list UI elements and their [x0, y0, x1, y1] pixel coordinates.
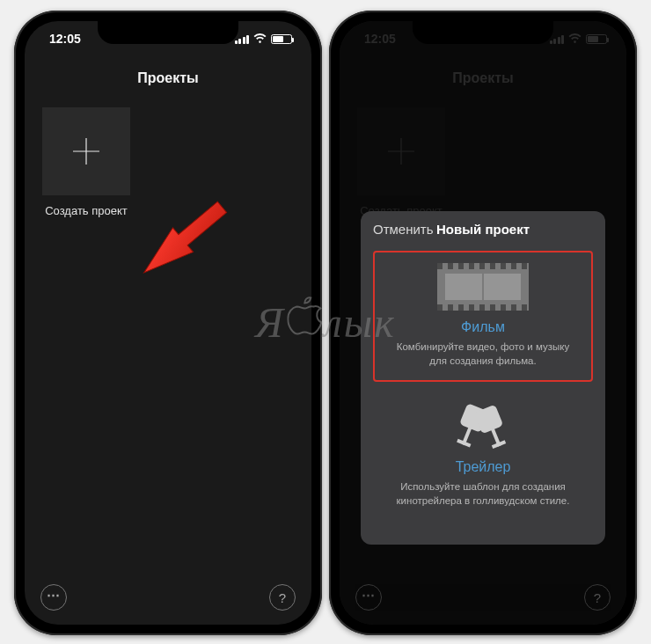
filmstrip-icon	[437, 263, 529, 311]
create-project-tile[interactable]	[42, 107, 130, 195]
notch	[413, 21, 553, 44]
spotlights-icon	[452, 401, 514, 450]
wifi-icon	[253, 32, 267, 46]
svg-marker-2	[134, 195, 232, 285]
ellipsis-icon: ⋯	[362, 587, 376, 603]
movie-option[interactable]: Фильм Комбинируйте видео, фото и музыку …	[373, 251, 593, 382]
new-project-sheet: Отменить Новый проект Фильм Комбинируйте…	[361, 211, 605, 545]
trailer-title: Трейлер	[382, 459, 584, 475]
more-button[interactable]: ⋯	[355, 584, 382, 611]
annotation-arrow	[128, 184, 252, 311]
movie-description: Комбинируйте видео, фото и музыку для со…	[384, 340, 582, 368]
question-icon: ?	[279, 590, 286, 605]
cancel-button[interactable]: Отменить	[373, 222, 434, 237]
help-button[interactable]: ?	[584, 584, 611, 611]
question-icon: ?	[594, 590, 601, 605]
battery-icon	[271, 34, 292, 44]
help-button[interactable]: ?	[269, 584, 296, 611]
trailer-description: Используйте шаблон для создания кинотрей…	[382, 480, 584, 508]
notch	[98, 21, 238, 44]
status-icons	[235, 32, 293, 46]
more-button[interactable]: ⋯	[40, 584, 67, 611]
create-project-label: Создать проект	[42, 204, 130, 217]
plus-icon	[68, 133, 105, 170]
movie-title: Фильм	[384, 319, 582, 335]
phone-frame-right: 12:05 Проекты Создать проект	[329, 11, 637, 635]
trailer-option[interactable]: Трейлер Используйте шаблон для создания …	[373, 391, 593, 520]
screen-right: 12:05 Проекты Создать проект	[340, 21, 626, 625]
phone-frame-left: 12:05 Проекты Создать проект	[14, 11, 322, 635]
clock: 12:05	[49, 32, 81, 46]
ellipsis-icon: ⋯	[47, 587, 61, 603]
nav-title: Проекты	[25, 56, 311, 104]
screen-left: 12:05 Проекты Создать проект	[25, 21, 311, 625]
